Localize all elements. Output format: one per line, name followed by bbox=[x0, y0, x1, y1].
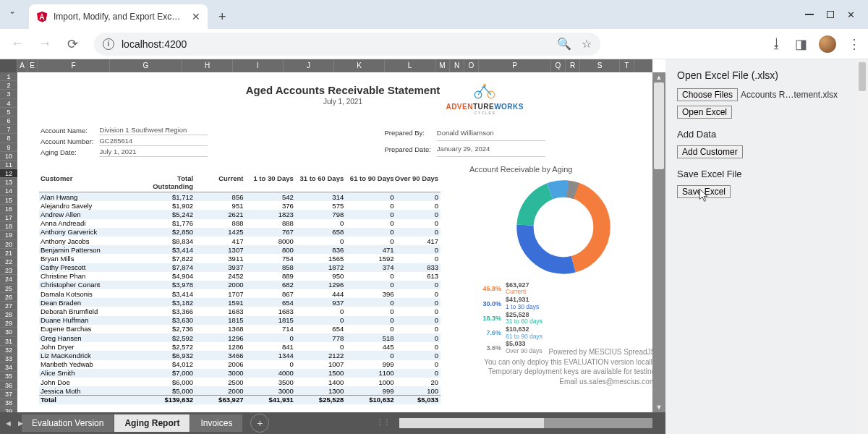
vertical-scroll-thumb[interactable] bbox=[654, 82, 664, 169]
table-row[interactable]: Jessica Moth$5,000200030001300999100 bbox=[39, 386, 441, 395]
donut-chart bbox=[513, 176, 614, 278]
downloads-icon[interactable]: ⭳ bbox=[770, 36, 783, 51]
window-close-icon[interactable]: ✕ bbox=[847, 9, 855, 20]
choose-files-button[interactable]: Choose Files bbox=[677, 88, 738, 101]
svg-point-4 bbox=[483, 84, 486, 87]
table-row[interactable]: Maribeth Yedwab$4,0122006010079990 bbox=[39, 360, 441, 369]
report-metadata: Account Name:Division 1 Southwest Region… bbox=[39, 124, 647, 158]
add-data-heading: Add Data bbox=[677, 129, 856, 140]
window-minimize-icon[interactable] bbox=[805, 14, 814, 15]
table-row[interactable]: Anna Andreadi$1,776888888000 bbox=[39, 219, 441, 228]
browser-titlebar: ⌄ Import, Modify, and Export Exc… ✕ + ✕ bbox=[0, 0, 868, 29]
page-vertical-scrollbar[interactable] bbox=[856, 59, 868, 434]
nav-forward-button[interactable]: → bbox=[35, 34, 55, 54]
table-row[interactable]: Anthony Garverick$2,850142576765800 bbox=[39, 228, 441, 237]
table-row[interactable]: Anthony Jacobs$8,834417800000417 bbox=[39, 237, 441, 245]
tab-close-icon[interactable]: ✕ bbox=[186, 11, 200, 22]
table-row[interactable]: Bryan Mills$7,8223911754156515920 bbox=[39, 254, 441, 263]
evaluation-notice: Powered by MESCIUS SpreadJS. You can onl… bbox=[477, 347, 652, 386]
chrome-menu-chevron-icon[interactable]: ⌄ bbox=[9, 6, 16, 16]
save-file-heading: Save Excel File bbox=[677, 169, 856, 179]
chart-title: Account Receivable by Aging bbox=[469, 165, 652, 174]
table-row[interactable]: Benjamin Patterson$3,41413078008364710 bbox=[39, 245, 441, 254]
tabstrip-resizer[interactable]: ⋮⋮ bbox=[376, 418, 391, 426]
table-total-row: Total $139,632 $63,927 $41,931 $25,528 $… bbox=[39, 395, 441, 404]
aging-chart-panel: Account Receivable by Aging 45.8%$63,927… bbox=[469, 165, 652, 356]
side-panel-toggle-icon[interactable]: ◨ bbox=[795, 36, 807, 52]
browser-tab-title: Import, Modify, and Export Exc… bbox=[54, 12, 180, 22]
chrome-menu-icon[interactable]: ⋮ bbox=[848, 36, 861, 52]
table-row[interactable]: Dean Braden$3,182159165493700 bbox=[39, 298, 441, 307]
table-row[interactable]: Christopher Conant$3,9782000682129600 bbox=[39, 281, 441, 289]
table-row[interactable]: Cathy Prescott$7,87439378581872374833 bbox=[39, 263, 441, 272]
scroll-down-arrow-icon[interactable]: ▼ bbox=[652, 402, 665, 412]
chart-legend: 45.8%$63,927Current30.0%$41,9311 to 30 d… bbox=[469, 282, 652, 354]
row-headers[interactable]: 1234567891011121314151617181920212223242… bbox=[0, 72, 17, 412]
vertical-scrollbar[interactable]: ▲ ▼ bbox=[652, 72, 665, 412]
table-row[interactable]: Damala Kotsonis$3,41417078674443960 bbox=[39, 289, 441, 298]
sheet-tab-invoices[interactable]: Invoices bbox=[190, 414, 242, 432]
column-headers[interactable]: AEFGHIJKLMNOPQRST bbox=[0, 59, 652, 72]
window-maximize-icon[interactable] bbox=[827, 11, 834, 18]
table-row[interactable]: John Dryer$2,572128684104450 bbox=[39, 342, 441, 351]
table-row[interactable]: Alan Hwang$1,71285654231400 bbox=[39, 192, 441, 201]
horizontal-scroll-thumb[interactable] bbox=[399, 418, 544, 428]
sheet-canvas[interactable]: Aged Accounts Receivable Statement July … bbox=[17, 72, 652, 412]
nav-back-button[interactable]: ← bbox=[7, 34, 27, 54]
profile-avatar-icon[interactable] bbox=[819, 35, 836, 53]
bookmark-star-icon[interactable]: ☆ bbox=[582, 37, 592, 51]
open-excel-button[interactable]: Open Excel bbox=[677, 106, 732, 119]
zoom-icon[interactable]: 🔍 bbox=[557, 37, 571, 51]
save-excel-button[interactable]: Save Excel bbox=[677, 185, 731, 198]
horizontal-scrollbar[interactable] bbox=[399, 418, 652, 428]
site-info-icon[interactable]: i bbox=[103, 38, 114, 50]
bicycle-logo-icon bbox=[472, 81, 498, 100]
add-sheet-button[interactable]: + bbox=[250, 414, 269, 433]
table-header-row: Customer Total Outstanding Current 1 to … bbox=[39, 174, 441, 192]
chosen-file-name: Accounts R…tement.xlsx bbox=[741, 90, 838, 100]
address-bar[interactable]: i 🔍 ☆ bbox=[94, 33, 600, 56]
browser-toolbar: ← → ⟳ i 🔍 ☆ ⭳ ◨ ⋮ bbox=[0, 29, 868, 59]
table-row[interactable]: John Doe$6,000250035001400100020 bbox=[39, 378, 441, 386]
table-row[interactable]: Duane Huffman$3,63018151815000 bbox=[39, 316, 441, 325]
sheet-tabstrip: ◄► Evaluation Version Aging Report Invoi… bbox=[0, 412, 665, 434]
table-row[interactable]: Deborah Brumfield$3,36616831683000 bbox=[39, 307, 441, 315]
browser-tab-active[interactable]: Import, Modify, and Export Exc… ✕ bbox=[29, 4, 208, 29]
table-row[interactable]: Andrew Allen$5,2422621182379800 bbox=[39, 210, 441, 218]
sheet-tab-aging-report[interactable]: Aging Report bbox=[114, 414, 190, 432]
receivables-table: Customer Total Outstanding Current 1 to … bbox=[39, 174, 441, 404]
control-side-panel: Open Excel File (.xlsx) Choose Files Acc… bbox=[665, 59, 868, 434]
scroll-up-arrow-icon[interactable]: ▲ bbox=[652, 72, 665, 82]
spreadsheet-container: AEFGHIJKLMNOPQRST 1234567891011121314151… bbox=[0, 59, 665, 434]
table-row[interactable]: Christine Phan$4,90424528899500613 bbox=[39, 272, 441, 281]
company-logo: ADVENTUREWORKS CYCLES bbox=[446, 81, 524, 115]
sheet-tab-evaluation[interactable]: Evaluation Version bbox=[22, 414, 114, 432]
table-row[interactable]: Liz MacKendrick$6,93234661344212200 bbox=[39, 351, 441, 359]
open-file-heading: Open Excel File (.xlsx) bbox=[677, 69, 856, 81]
table-row[interactable]: Greg Hansen$2,592129607785180 bbox=[39, 333, 441, 342]
nav-reload-button[interactable]: ⟳ bbox=[62, 34, 82, 54]
table-row[interactable]: Eugene Barchas$2,736136871465400 bbox=[39, 325, 441, 333]
tab-nav-arrows[interactable]: ◄► bbox=[4, 419, 25, 427]
table-row[interactable]: Alice Smith$7,00030004000150011000 bbox=[39, 369, 441, 378]
add-customer-button[interactable]: Add Customer bbox=[677, 145, 743, 158]
new-tab-button[interactable]: + bbox=[212, 7, 232, 27]
window-controls: ✕ bbox=[805, 0, 864, 29]
report-date: July 1, 2021 bbox=[39, 98, 647, 106]
url-input[interactable] bbox=[122, 38, 550, 50]
angular-favicon-icon bbox=[36, 11, 48, 22]
report-title: Aged Accounts Receivable Statement bbox=[39, 84, 647, 96]
table-row[interactable]: Alejandro Savely$1,90295137657500 bbox=[39, 201, 441, 210]
